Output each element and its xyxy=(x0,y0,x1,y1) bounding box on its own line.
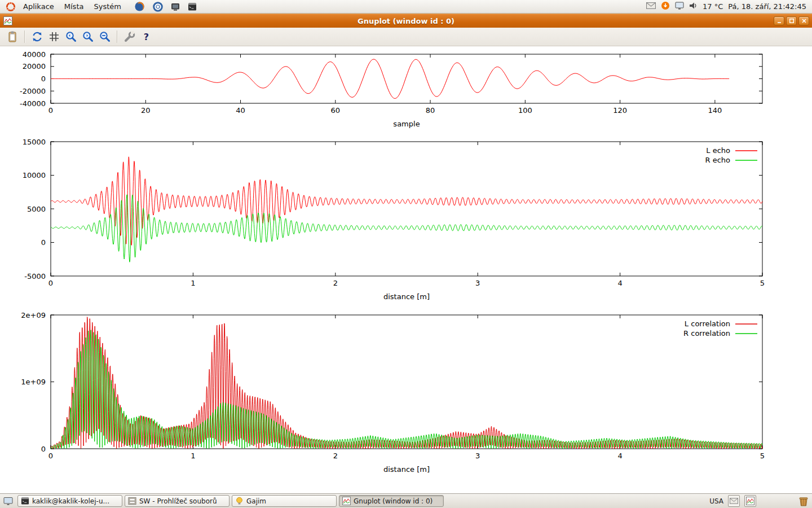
task-terminal[interactable]: kaklik@kaklik-kolej-u... xyxy=(17,495,122,507)
wrench-icon xyxy=(123,30,136,43)
svg-text:1e+09: 1e+09 xyxy=(21,378,46,386)
firefox-icon xyxy=(134,1,145,12)
task-gnuplot[interactable]: Gnuplot (window id : 0) xyxy=(339,495,444,507)
svg-text:100: 100 xyxy=(518,106,532,115)
panel-launchers xyxy=(132,0,199,14)
svg-text:3: 3 xyxy=(475,279,480,287)
svg-text:0: 0 xyxy=(41,75,46,83)
svg-text:distance [m]: distance [m] xyxy=(383,292,430,301)
help-question-label: ? xyxy=(144,32,149,42)
help-button[interactable]: ? xyxy=(139,29,154,45)
terminal-icon xyxy=(188,2,197,11)
window-title: Gnuplot (window id : 0) xyxy=(0,17,812,25)
minimize-button[interactable] xyxy=(774,16,784,25)
gnuplot-toolbar: ? xyxy=(0,28,812,46)
copy-to-clipboard-button[interactable] xyxy=(5,29,20,45)
remote-display-icon[interactable] xyxy=(675,1,684,12)
svg-text:-20000: -20000 xyxy=(20,87,46,95)
mail-notification-icon[interactable] xyxy=(646,2,656,11)
svg-text:2: 2 xyxy=(333,279,338,287)
clipboard-icon xyxy=(6,30,19,43)
tray-gnuplot-button[interactable] xyxy=(744,495,756,507)
svg-text:-5000: -5000 xyxy=(24,272,46,281)
svg-text:5000: 5000 xyxy=(27,205,46,213)
chart-1: 012345-5000050001000015000distance [m]L … xyxy=(23,138,765,301)
tray-gnuplot-icon xyxy=(746,497,754,505)
maximize-button[interactable] xyxy=(786,16,797,25)
menu-places-label: Místa xyxy=(64,2,84,11)
chart-0: 020406080100120140-40000-200000200004000… xyxy=(20,50,762,129)
svg-text:4: 4 xyxy=(617,452,622,460)
svg-text:R echo: R echo xyxy=(705,156,730,164)
launcher-screenshot[interactable] xyxy=(169,0,182,14)
zoom-next-button[interactable] xyxy=(80,29,95,45)
ubuntu-menu-button[interactable] xyxy=(3,0,18,14)
autoscale-button[interactable] xyxy=(97,29,112,45)
tray-mail-button[interactable] xyxy=(728,495,740,507)
svg-text:5: 5 xyxy=(760,279,765,287)
svg-text:-40000: -40000 xyxy=(20,99,46,108)
zoom-next-icon xyxy=(82,30,94,43)
task-file-browser[interactable]: SW - Prohlížeč souborů xyxy=(125,495,230,507)
weather-temperature[interactable]: 17 °C xyxy=(703,2,723,11)
grid-toggle-button[interactable] xyxy=(46,29,61,45)
toolbar-separator xyxy=(117,30,117,43)
menu-system-label: Systém xyxy=(94,2,121,11)
task-gajim[interactable]: Gajim xyxy=(232,495,337,507)
bottom-taskbar: kaklik@kaklik-kolej-u... SW - Prohlížeč … xyxy=(0,493,812,508)
svg-text:60: 60 xyxy=(331,106,341,115)
trash-applet[interactable] xyxy=(798,496,809,507)
keyboard-layout-indicator[interactable]: USA xyxy=(709,497,723,505)
terminal-task-icon xyxy=(21,497,29,505)
screenshot-icon xyxy=(171,2,180,11)
svg-text:20: 20 xyxy=(141,106,151,115)
series-L echo xyxy=(51,157,762,246)
launcher-help[interactable] xyxy=(151,0,165,14)
volume-icon[interactable] xyxy=(689,1,698,12)
menu-places[interactable]: Místa xyxy=(59,0,89,14)
svg-text:15000: 15000 xyxy=(23,138,46,146)
update-notifier-icon[interactable] xyxy=(661,1,670,12)
zoom-previous-button[interactable] xyxy=(63,29,78,45)
panel-status-area: 17 °C Pá, 18. září, 21:42:45 xyxy=(646,1,809,12)
gnuplot-canvas[interactable]: 020406080100120140-40000-200000200004000… xyxy=(0,46,812,493)
task-label: kaklik@kaklik-kolej-u... xyxy=(32,497,109,505)
menu-system[interactable]: Systém xyxy=(89,0,126,14)
launcher-terminal[interactable] xyxy=(186,0,199,14)
task-label: Gnuplot (window id : 0) xyxy=(354,497,433,505)
clock-applet[interactable]: Pá, 18. září, 21:42:45 xyxy=(728,2,806,11)
show-desktop-icon xyxy=(3,497,14,506)
show-desktop-button[interactable] xyxy=(2,495,15,507)
window-gnuplot-icon xyxy=(3,16,12,25)
ubuntu-logo-icon xyxy=(6,2,16,12)
settings-button[interactable] xyxy=(122,29,137,45)
menu-applications-label: Aplikace xyxy=(23,2,54,11)
tray-mail-icon xyxy=(730,498,738,504)
menu-applications[interactable]: Aplikace xyxy=(18,0,59,14)
gnuplot-task-icon xyxy=(342,497,351,505)
toolbar-separator xyxy=(24,30,25,43)
svg-text:80: 80 xyxy=(426,106,435,115)
window-titlebar[interactable]: Gnuplot (window id : 0) xyxy=(0,14,812,28)
svg-text:4: 4 xyxy=(617,279,622,287)
series-signal xyxy=(51,59,729,98)
launcher-firefox[interactable] xyxy=(132,0,147,14)
zoom-previous-icon xyxy=(65,30,77,43)
gajim-icon xyxy=(235,497,244,505)
svg-text:2: 2 xyxy=(333,452,338,460)
svg-text:1: 1 xyxy=(191,279,195,287)
plots-svg[interactable]: 020406080100120140-40000-200000200004000… xyxy=(0,46,812,493)
replot-button[interactable] xyxy=(29,29,45,45)
window-controls xyxy=(774,16,809,25)
close-button[interactable] xyxy=(798,16,809,25)
svg-text:0: 0 xyxy=(41,238,46,247)
svg-text:0: 0 xyxy=(48,106,53,115)
help-lifebuoy-icon xyxy=(153,2,163,12)
series-R correlation xyxy=(51,330,762,449)
top-panel: Aplikace Místa Systém xyxy=(0,0,812,14)
svg-text:3: 3 xyxy=(475,452,480,460)
autoscale-zoom-icon xyxy=(99,30,111,43)
svg-text:1: 1 xyxy=(191,452,195,460)
svg-text:L correlation: L correlation xyxy=(685,319,730,328)
svg-text:2e+09: 2e+09 xyxy=(21,311,46,319)
